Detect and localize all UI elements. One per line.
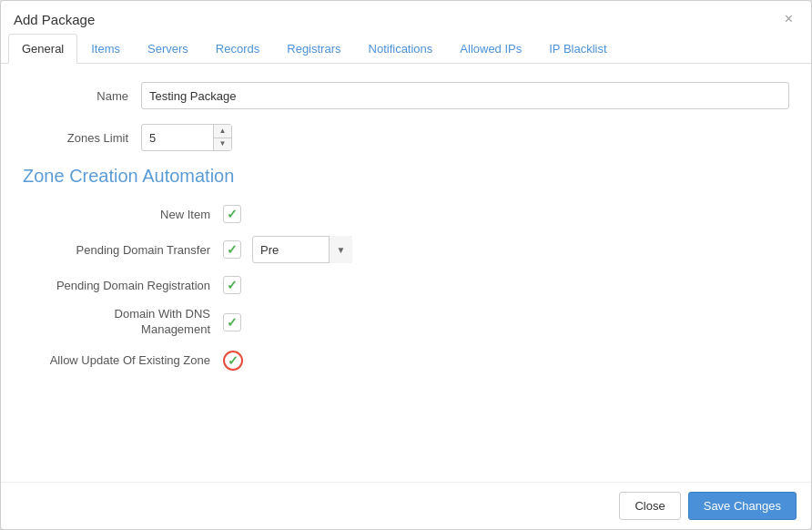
new-item-checkbox[interactable]: ✓ (223, 205, 241, 223)
zones-limit-label: Zones Limit (23, 131, 141, 145)
tab-registrars[interactable]: Registrars (273, 34, 354, 64)
dns-mgmt-checkbox[interactable]: ✓ (223, 313, 241, 331)
dns-mgmt-label: Domain With DNSManagement (23, 307, 223, 338)
spinner-up-button[interactable]: ▲ (214, 125, 231, 138)
pending-transfer-dropdown-wrap: Pre Post ▼ (252, 236, 352, 263)
tab-general[interactable]: General (8, 34, 77, 64)
tab-ip-blacklist[interactable]: IP Blacklist (535, 34, 620, 64)
zones-limit-row: Zones Limit ▲ ▼ (23, 124, 789, 151)
dialog-header: Add Package × (1, 1, 811, 34)
dns-mgmt-checkmark: ✓ (227, 315, 238, 330)
dialog-title: Add Package (14, 12, 95, 27)
pending-registration-checkbox[interactable]: ✓ (223, 276, 241, 294)
tab-bar: General Items Servers Records Registrars… (1, 34, 811, 64)
tab-notifications[interactable]: Notifications (355, 34, 447, 64)
dialog-close-x-button[interactable]: × (779, 10, 798, 28)
save-changes-button[interactable]: Save Changes (688, 492, 797, 520)
pending-registration-label: Pending Domain Registration (23, 279, 223, 292)
new-item-label: New Item (23, 208, 223, 221)
name-label: Name (23, 89, 141, 103)
dialog-footer: Close Save Changes (1, 482, 811, 529)
dialog-body: Name Zones Limit ▲ ▼ Zone Creation Autom… (1, 64, 811, 482)
tab-records[interactable]: Records (202, 34, 273, 64)
allow-update-label: Allow Update Of Existing Zone (23, 353, 223, 367)
spinner-down-button[interactable]: ▼ (214, 138, 231, 151)
automation-row-pending-transfer: Pending Domain Transfer ✓ Pre Post ▼ (23, 236, 789, 263)
pending-transfer-dropdown-wrapper: Pre Post ▼ (252, 236, 352, 263)
automation-row-allow-update: Allow Update Of Existing Zone ✓ (23, 351, 789, 371)
allow-update-checkmark: ✓ (228, 353, 239, 368)
pending-transfer-dropdown[interactable]: Pre Post (252, 236, 352, 263)
tab-allowed-ips[interactable]: Allowed IPs (446, 34, 535, 64)
automation-row-dns-mgmt: Domain With DNSManagement ✓ (23, 307, 789, 338)
allow-update-checkbox[interactable]: ✓ (223, 351, 243, 371)
add-package-dialog: Add Package × General Items Servers Reco… (0, 0, 812, 530)
name-row: Name (23, 82, 789, 109)
close-button[interactable]: Close (619, 492, 680, 520)
tab-servers[interactable]: Servers (134, 34, 202, 64)
pending-transfer-checkbox[interactable]: ✓ (223, 240, 241, 259)
name-input[interactable] (141, 82, 789, 109)
dns-mgmt-label-text: Domain With DNSManagement (115, 307, 210, 336)
zone-creation-section-title: Zone Creation Automation (23, 166, 789, 187)
spinner-buttons: ▲ ▼ (213, 125, 231, 150)
pending-registration-checkmark: ✓ (227, 278, 238, 292)
automation-row-pending-registration: Pending Domain Registration ✓ (23, 276, 789, 294)
pending-transfer-label: Pending Domain Transfer (23, 243, 223, 257)
automation-row-new-item: New Item ✓ (23, 205, 789, 223)
pending-transfer-checkmark: ✓ (227, 242, 238, 257)
tab-items[interactable]: Items (77, 34, 134, 64)
new-item-checkmark: ✓ (227, 207, 238, 221)
zones-limit-spinner: ▲ ▼ (141, 124, 232, 151)
